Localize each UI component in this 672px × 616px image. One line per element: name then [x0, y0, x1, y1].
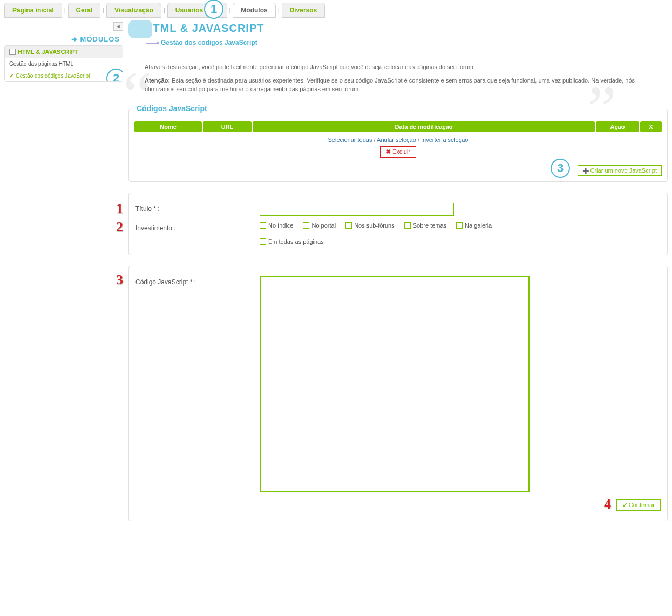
intro-attention-text: Esta seção é destinada para usuários exp…: [145, 77, 635, 93]
cb-na-galeria[interactable]: Na galeria: [456, 222, 492, 229]
col-x: X: [640, 121, 662, 132]
cb-label: Nos sub-fóruns: [354, 222, 395, 229]
link-deselect[interactable]: Anular seleção: [377, 136, 416, 143]
intro-block: “ ” Através desta seção, você pode facil…: [128, 57, 668, 109]
link-select-all[interactable]: Selecionar todas: [328, 136, 372, 143]
confirm-button[interactable]: Confirmar: [616, 499, 661, 511]
checkbox-icon: [345, 222, 352, 229]
titulo-label: Título * :: [135, 203, 260, 213]
form-panel-2: 3 Código JavaScript * : 4 Confirmar: [128, 266, 668, 521]
cb-label: No índice: [268, 222, 293, 229]
top-tabs: Página inicial| Geral| Visualização| Usu…: [4, 3, 668, 18]
cb-sobre-temas[interactable]: Sobre temas: [404, 222, 446, 229]
tab-visualizacao[interactable]: Visualização: [106, 3, 161, 18]
cb-label: Em todas as páginas: [268, 238, 324, 245]
col-data: Data de modificação: [253, 121, 595, 132]
content: HTML & JAVASCRIPT Gestão dos códigos Jav…: [128, 22, 668, 532]
cb-label: No portal: [311, 222, 336, 229]
intro-p2: Atenção: Esta seção é destinada para usu…: [145, 76, 651, 94]
page-subtitle: Gestão dos códigos JavaScript: [161, 39, 668, 46]
red-callout-1: 1: [116, 201, 123, 217]
selection-links: Selecionar todas / Anular seleção / Inve…: [134, 132, 662, 146]
page-header: HTML & JAVASCRIPT Gestão dos códigos Jav…: [128, 22, 668, 46]
tab-diversos[interactable]: Diversos: [282, 3, 325, 18]
cb-no-indice[interactable]: No índice: [260, 222, 293, 229]
col-nome: Nome: [134, 121, 202, 132]
sidebar-item-js-codes[interactable]: ✔ Gestão dos códigos JavaScript: [5, 70, 123, 81]
tab-pagina-inicial[interactable]: Página inicial: [4, 3, 62, 18]
red-callout-3: 3: [116, 272, 123, 288]
cb-nos-subforuns[interactable]: Nos sub-fóruns: [345, 222, 395, 229]
cb-label: Na galeria: [465, 222, 492, 229]
delete-button[interactable]: Excluir: [380, 146, 416, 158]
sidebar-item-label: Gestão dos códigos JavaScript: [16, 73, 90, 79]
callout-1: 1: [204, 0, 223, 19]
sidebar-item-html-pages[interactable]: Gestão das páginas HTML: [5, 58, 123, 70]
col-acao: Ação: [596, 121, 639, 132]
red-callout-4: 4: [604, 496, 611, 512]
sidebar: ◄ MÓDULOS HTML & JAVASCRIPT Gestão das p…: [4, 22, 123, 82]
check-icon: ✔: [9, 73, 13, 79]
code-textarea[interactable]: [260, 276, 530, 492]
page-subtitle-text: Gestão dos códigos JavaScript: [161, 39, 257, 46]
sidebar-header: HTML & JAVASCRIPT: [5, 46, 123, 58]
js-codes-panel: Códigos JavaScript Nome URL Data de modi…: [128, 109, 668, 182]
tab-modulos[interactable]: Módulos: [233, 3, 275, 18]
tab-geral[interactable]: Geral: [68, 3, 101, 18]
red-callout-2: 2: [116, 219, 123, 235]
cb-todas-paginas[interactable]: Em todas as páginas: [260, 238, 661, 245]
intro-attention-label: Atenção:: [145, 77, 170, 84]
page-title: HTML & JAVASCRIPT: [145, 22, 668, 35]
js-table-header: Nome URL Data de modificação Ação X: [134, 121, 662, 132]
create-js-button[interactable]: Criar um novo JavaScript: [578, 165, 662, 176]
checkbox-group: No índice No portal Nos sub-fóruns Sobre…: [260, 222, 661, 245]
callout-3: 3: [551, 159, 570, 178]
sidebar-back-button[interactable]: ◄: [113, 22, 123, 31]
checkbox-icon: [303, 222, 309, 229]
col-url: URL: [203, 121, 252, 132]
link-invert[interactable]: Inverter a seleção: [421, 136, 468, 143]
checkbox-icon: [260, 238, 266, 245]
document-icon: [9, 49, 16, 55]
js-codes-legend: Códigos JavaScript: [134, 104, 209, 113]
checkbox-icon: [404, 222, 411, 229]
cb-no-portal[interactable]: No portal: [303, 222, 336, 229]
form-panel-1: 1 2 Título * : Investimento : No índice …: [128, 193, 668, 255]
sidebar-item-label: Gestão das páginas HTML: [9, 61, 73, 67]
sidebar-title: MÓDULOS: [4, 33, 123, 45]
cb-label: Sobre temas: [413, 222, 446, 229]
checkbox-icon: [456, 222, 463, 229]
titulo-input[interactable]: [260, 203, 454, 216]
investimento-label: Investimento :: [135, 222, 260, 232]
intro-p1: Através desta seção, você pode facilment…: [145, 63, 651, 72]
sidebar-header-label: HTML & JAVASCRIPT: [18, 49, 78, 55]
code-label: Código JavaScript * :: [135, 276, 260, 286]
checkbox-icon: [260, 222, 266, 229]
